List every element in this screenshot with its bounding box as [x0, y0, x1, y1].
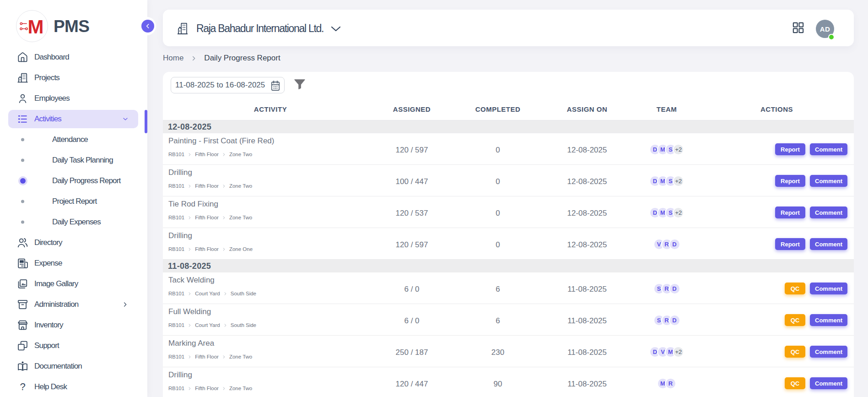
svg-text:M: M	[28, 16, 44, 38]
